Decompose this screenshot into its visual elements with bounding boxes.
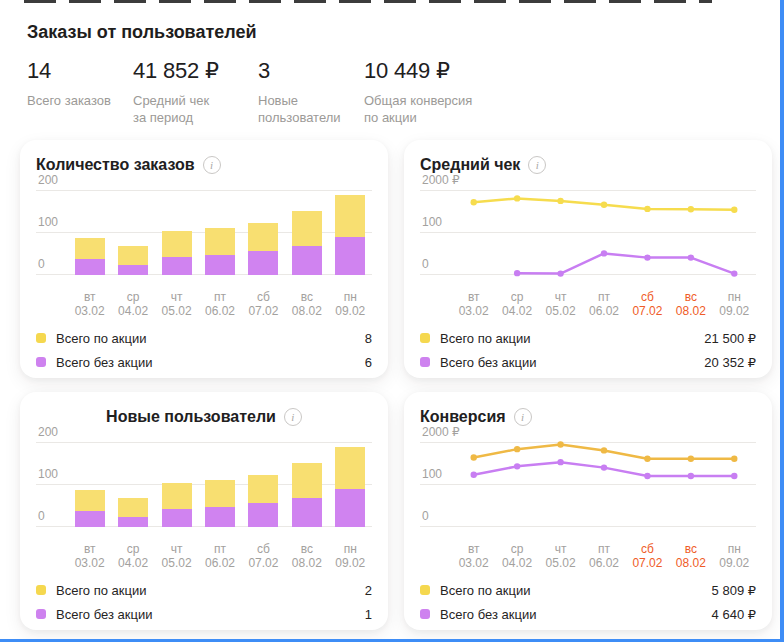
- data-point[interactable]: [731, 456, 737, 462]
- x-tick-day: вт: [452, 290, 495, 304]
- stacked-bar[interactable]: [155, 483, 198, 528]
- x-tick-day: пн: [713, 542, 756, 556]
- bar-segment: [292, 463, 322, 498]
- x-tick-label: чт05.02: [155, 290, 198, 318]
- bar-segment: [248, 223, 278, 252]
- data-point[interactable]: [688, 206, 694, 212]
- legend-item[interactable]: Всего по акции5 809 ₽: [420, 578, 756, 602]
- bar-segment: [205, 507, 235, 527]
- legend-item[interactable]: Всего без акции6: [36, 350, 372, 374]
- x-tick-date: 07.02: [626, 304, 669, 318]
- data-point[interactable]: [471, 199, 477, 205]
- stacked-bar[interactable]: [68, 490, 111, 527]
- y-tick-label: 0: [38, 509, 45, 523]
- x-tick-date: 03.02: [68, 304, 111, 318]
- legend-swatch-icon: [36, 585, 46, 595]
- legend-value: 21 500 ₽: [704, 331, 756, 346]
- stacked-bar[interactable]: [198, 228, 241, 275]
- data-point[interactable]: [514, 195, 520, 201]
- data-point[interactable]: [731, 270, 737, 276]
- y-tick-label: 200: [38, 425, 58, 439]
- data-point[interactable]: [731, 473, 737, 479]
- stat-value: 14: [27, 58, 133, 84]
- stat-label-line: Новые: [258, 92, 364, 109]
- x-tick-date: 04.02: [111, 304, 154, 318]
- data-point[interactable]: [601, 447, 607, 453]
- legend-label: Всего без акции: [56, 355, 152, 370]
- data-point[interactable]: [731, 207, 737, 213]
- stat-new-users: 3 Новые пользователи: [258, 58, 364, 126]
- stat-label: Общая конверсия по акции: [364, 92, 524, 126]
- y-tick-label: 100: [38, 467, 58, 481]
- chart-legend: Всего по акции8Всего без акции6: [36, 326, 372, 374]
- stacked-bar[interactable]: [242, 475, 285, 527]
- card-average-check: Средний чек i 2000 ₽1000 вт03.02ср04.02ч…: [404, 140, 772, 378]
- bar-segment: [205, 480, 235, 506]
- data-point[interactable]: [471, 454, 477, 460]
- data-point[interactable]: [688, 456, 694, 462]
- legend-item[interactable]: Всего без акции1: [36, 602, 372, 626]
- x-tick-day: вс: [285, 290, 328, 304]
- info-icon[interactable]: i: [514, 408, 532, 426]
- data-point[interactable]: [688, 254, 694, 260]
- stacked-bar[interactable]: [329, 195, 372, 275]
- data-point[interactable]: [644, 473, 650, 479]
- stacked-bar[interactable]: [329, 447, 372, 527]
- card-new-users: Новые пользователи i 2001000 вт03.02ср04…: [20, 392, 388, 630]
- y-tick-label: 100: [422, 467, 442, 481]
- data-point[interactable]: [514, 270, 520, 276]
- bar-segment: [118, 517, 148, 528]
- info-icon[interactable]: i: [284, 408, 302, 426]
- data-point[interactable]: [557, 198, 563, 204]
- data-point[interactable]: [688, 473, 694, 479]
- x-tick-date: 09.02: [713, 304, 756, 318]
- data-point[interactable]: [601, 464, 607, 470]
- stacked-bar[interactable]: [155, 231, 198, 276]
- data-point[interactable]: [644, 206, 650, 212]
- legend-swatch-icon: [36, 357, 46, 367]
- x-tick-date: 06.02: [582, 556, 625, 570]
- data-point[interactable]: [514, 446, 520, 452]
- x-tick-day: чт: [155, 290, 198, 304]
- stacked-bar[interactable]: [285, 463, 328, 527]
- x-tick-label: вт03.02: [68, 290, 111, 318]
- data-point[interactable]: [644, 254, 650, 260]
- data-point[interactable]: [557, 441, 563, 447]
- stat-value: 41 852 ₽: [133, 58, 258, 84]
- stacked-bar[interactable]: [111, 246, 154, 275]
- x-tick-date: 05.02: [155, 304, 198, 318]
- line-chart-plot: 2000 ₽1000: [420, 182, 756, 282]
- x-tick-label: вт03.02: [452, 290, 495, 318]
- summary-stats-row: 14 Всего заказов 41 852 ₽ Средний чек за…: [27, 58, 524, 126]
- legend-value: 4 640 ₽: [712, 607, 756, 622]
- stacked-bar[interactable]: [198, 480, 241, 527]
- data-point[interactable]: [557, 270, 563, 276]
- x-tick-date: 06.02: [198, 304, 241, 318]
- x-tick-date: 05.02: [539, 556, 582, 570]
- bar-segment: [162, 483, 192, 510]
- data-point[interactable]: [601, 250, 607, 256]
- x-axis: вт03.02ср04.02чт05.02пт06.02сб07.02вс08.…: [68, 542, 372, 570]
- data-point[interactable]: [557, 459, 563, 465]
- x-tick-date: 08.02: [285, 304, 328, 318]
- x-tick-label: пт06.02: [582, 542, 625, 570]
- legend-item[interactable]: Всего по акции2: [36, 578, 372, 602]
- stacked-bar[interactable]: [111, 498, 154, 527]
- data-point[interactable]: [644, 456, 650, 462]
- legend-item[interactable]: Всего без акции4 640 ₽: [420, 602, 756, 626]
- stacked-bar[interactable]: [242, 223, 285, 275]
- data-point[interactable]: [471, 472, 477, 478]
- x-tick-day: чт: [155, 542, 198, 556]
- info-icon[interactable]: i: [203, 156, 221, 174]
- x-tick-label: ср04.02: [111, 290, 154, 318]
- stacked-bar[interactable]: [68, 238, 111, 275]
- data-point[interactable]: [514, 463, 520, 469]
- x-tick-day: вс: [285, 542, 328, 556]
- legend-item[interactable]: Всего по акции8: [36, 326, 372, 350]
- legend-item[interactable]: Всего без акции20 352 ₽: [420, 350, 756, 374]
- data-point[interactable]: [601, 202, 607, 208]
- stacked-bar[interactable]: [285, 211, 328, 275]
- x-tick-date: 07.02: [626, 556, 669, 570]
- info-icon[interactable]: i: [528, 156, 546, 174]
- legend-item[interactable]: Всего по акции21 500 ₽: [420, 326, 756, 350]
